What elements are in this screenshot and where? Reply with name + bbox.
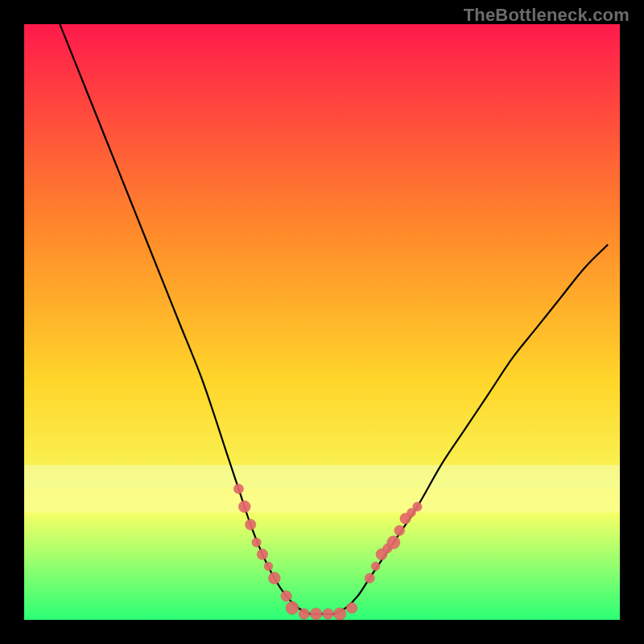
data-marker [238,501,250,513]
data-marker [387,536,400,549]
data-marker [286,601,299,614]
highlight-band [24,465,620,489]
data-marker [299,609,309,619]
highlight-band [24,489,620,513]
gradient-background [24,24,620,620]
data-marker [371,562,380,571]
data-marker [413,502,422,511]
data-marker [346,603,357,613]
data-marker [233,484,243,493]
highlight-bands [24,465,620,513]
data-marker [310,608,322,620]
data-marker [334,608,346,620]
data-marker [365,573,374,583]
data-marker [323,609,333,619]
data-marker [257,549,267,559]
plot-svg [24,24,620,620]
data-marker [264,562,273,571]
data-marker [281,591,291,601]
data-marker [246,519,256,530]
watermark-text: TheBottleneck.com [464,5,630,26]
data-marker [268,572,280,584]
chart-frame: TheBottleneck.com [0,0,644,644]
data-marker [394,526,405,536]
plot-area [24,24,620,620]
data-marker [252,538,261,547]
